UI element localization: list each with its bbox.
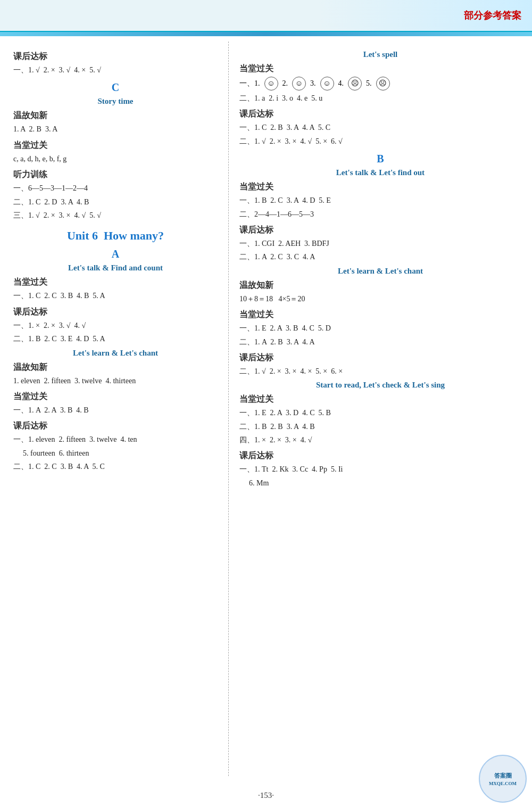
content-kehoudabiao-a2-1: 一、1. eleven 2. fifteen 3. twelve 4. ten <box>13 434 218 446</box>
section-lets-talk-find-out: Let's talk & Let's find out <box>239 168 521 177</box>
unit6-title: Unit 6 How many? <box>13 229 218 243</box>
watermark-line1: 答案圈 <box>494 772 512 780</box>
content-dangdang-b2-1: 一、1. E 2. A 3. B 4. C 5. D <box>239 323 521 334</box>
section-dangdang-c: 当堂过关 c, a, d, h, e, b, f, g <box>13 140 218 165</box>
content-spell-2: 二、1. a 2. i 3. o 4. e 5. u <box>239 93 521 104</box>
title-dangdang-b2: 当堂过关 <box>239 309 521 320</box>
content-kehoudabiao-a1: 一、1. × 2. × 3. √ 4. √ <box>13 320 218 332</box>
label-2: 2. <box>282 79 288 88</box>
title-wengu-zhixin-a: 温故知新 <box>13 362 218 373</box>
letter-B: B <box>239 153 521 165</box>
watermark-line2: MXQE.COM <box>489 781 517 786</box>
emoji-3: ☺ <box>320 77 334 90</box>
title-tingli: 听力训练 <box>13 169 218 180</box>
content-kehoudabiao-b2-1: 二、1. √ 2. × 3. × 4. × 5. × 6. × <box>239 366 521 377</box>
label-4: 4. <box>338 79 344 88</box>
decorative-line <box>0 32 532 36</box>
title-wengu-zhixin: 温故知新 <box>13 110 218 121</box>
emoji-1: ☺ <box>264 77 278 90</box>
section-kehoudabiao-spell: 课后达标 一、1. C 2. B 3. A 4. A 5. C 二、1. √ 2… <box>239 109 521 147</box>
content-kehoudabiao-spell-1: 一、1. C 2. B 3. A 4. A 5. C <box>239 122 521 134</box>
title-dangdang-spell: 当堂过关 <box>239 63 521 75</box>
content-kehoudabiao-a2-2: 5. fourteen 6. thirteen <box>23 448 218 459</box>
page: 部分参考答案 课后达标 一、1. √ 2. × 3. √ 4. × 5. √ C… <box>0 0 532 808</box>
content-wengu: 1. A 2. B 3. A <box>13 123 218 135</box>
section-kehoudabiao-a: 课后达标 一、1. × 2. × 3. √ 4. √ 二、1. B 2. C 3… <box>13 307 218 345</box>
section-dangdang-read: 当堂过关 一、1. E 2. A 3. D 4. C 5. B 二、1. B 2… <box>239 394 521 446</box>
section-start-to-read: Start to read, Let's check & Let's sing <box>239 381 521 390</box>
content-wengu-a: 1. eleven 2. fifteen 3. twelve 4. thirte… <box>13 375 218 387</box>
section-kehoudabiao-read: 课后达标 一、1. Tt 2. Kk 3. Cc 4. Pp 5. Ii 6. … <box>239 450 521 489</box>
content-kehoudabiao-read-2: 6. Mm <box>249 477 521 489</box>
section-kehoudabiao-b2: 课后达标 二、1. √ 2. × 3. × 4. × 5. × 6. × <box>239 352 521 377</box>
title-dangdang-read: 当堂过关 <box>239 394 521 405</box>
watermark: 答案圈 MXQE.COM <box>479 755 527 803</box>
section-kehoudabiao-a2: 课后达标 一、1. eleven 2. fifteen 3. twelve 4.… <box>13 421 218 473</box>
content-tingli-2: 二、1. C 2. D 3. A 4. B <box>13 196 218 208</box>
right-column: Let's spell 当堂过关 一、1. ☺ 2. ☺ 3. ☺ 4. ☹ 5… <box>229 42 532 776</box>
section-tingli: 听力训练 一、6—5—3—1—2—4 二、1. C 2. D 3. A 4. B… <box>13 169 218 221</box>
section-kehoudabiao-prev: 课后达标 一、1. √ 2. × 3. √ 4. × 5. √ <box>13 51 218 76</box>
section-title-kehoudabiao-prev: 课后达标 <box>13 51 218 62</box>
content-dangdang-b2-2: 二、1. A 2. B 3. A 4. A <box>239 336 521 348</box>
title-dangdang-a2: 当堂过关 <box>13 391 218 402</box>
page-number: ·153· <box>0 791 532 800</box>
header-title: 部分参考答案 <box>464 9 521 22</box>
label-3: 3. <box>310 79 316 88</box>
section-dangdang-b: 当堂过关 一、1. B 2. C 3. A 4. D 5. E 二、2—4—1—… <box>239 182 521 220</box>
title-kehoudabiao-b: 课后达标 <box>239 225 521 236</box>
content-dangdang-read-1: 一、1. E 2. A 3. D 4. C 5. B <box>239 407 521 419</box>
content-kehoudabiao-b1: 一、1. CGI 2. AEH 3. BDFJ <box>239 238 521 250</box>
title-kehoudabiao-a2: 课后达标 <box>13 421 218 432</box>
title-dangdang-c: 当堂过关 <box>13 140 218 151</box>
page-header: 部分参考答案 <box>0 0 532 32</box>
emoji-4: ☹ <box>348 77 362 90</box>
emoji-2: ☺ <box>292 77 306 90</box>
section-story-time: Story time <box>13 97 218 106</box>
title-dangdang-a: 当堂过关 <box>13 277 218 288</box>
section-lets-learn-chant-b: Let's learn & Let's chant <box>239 267 521 276</box>
content-kehoudabiao-a2: 二、1. B 2. C 3. E 4. D 5. A <box>13 333 218 345</box>
section-dangdang-spell: 当堂过关 一、1. ☺ 2. ☺ 3. ☺ 4. ☹ 5. ☹ 二、1. a 2… <box>239 63 521 104</box>
section-wengu-zhixin: 温故知新 1. A 2. B 3. A <box>13 110 218 135</box>
section-lets-learn-chant-a: Let's learn & Let's chant <box>13 349 218 358</box>
title-kehoudabiao-b2: 课后达标 <box>239 352 521 364</box>
content-tingli-3: 三、1. √ 2. × 3. × 4. √ 5. √ <box>13 210 218 221</box>
content-tingli-1: 一、6—5—3—1—2—4 <box>13 183 218 194</box>
content-dangdang-a: 一、1. C 2. C 3. B 4. B 5. A <box>13 290 218 302</box>
title-kehoudabiao-a: 课后达标 <box>13 307 218 318</box>
letter-C: C <box>13 81 218 94</box>
label-yi: 一、1. <box>239 79 260 88</box>
emoji-answers: 一、1. ☺ 2. ☺ 3. ☺ 4. ☹ 5. ☹ <box>239 77 521 90</box>
content-dangdang-read-3: 四、1. × 2. × 3. × 4. √ <box>239 434 521 446</box>
title-wengu-zhixin-b: 温故知新 <box>239 280 521 291</box>
content-kehoudabiao-b2: 二、1. A 2. C 3. C 4. A <box>239 251 521 263</box>
section-wengu-zhixin-b: 温故知新 10＋8＝18 4×5＝20 <box>239 280 521 305</box>
content-dangdang-b1: 一、1. B 2. C 3. A 4. D 5. E <box>239 195 521 207</box>
content-dangdang-read-2: 二、1. B 2. B 3. A 4. B <box>239 421 521 433</box>
content-line: 一、1. √ 2. × 3. √ 4. × 5. √ <box>13 64 218 76</box>
label-5: 5. <box>366 79 372 88</box>
section-lets-spell: Let's spell <box>239 50 521 59</box>
content-dangdang-b2: 二、2—4—1—6—5—3 <box>239 209 521 220</box>
left-column: 课后达标 一、1. √ 2. × 3. √ 4. × 5. √ C Story … <box>0 42 229 776</box>
section-dangdang-b2: 当堂过关 一、1. E 2. A 3. B 4. C 5. D 二、1. A 2… <box>239 309 521 348</box>
section-wengu-zhixin-a: 温故知新 1. eleven 2. fifteen 3. twelve 4. t… <box>13 362 218 387</box>
title-kehoudabiao-read: 课后达标 <box>239 450 521 461</box>
title-kehoudabiao-spell: 课后达标 <box>239 109 521 120</box>
content-dangdang-c: c, a, d, h, e, b, f, g <box>13 153 218 165</box>
section-kehoudabiao-b: 课后达标 一、1. CGI 2. AEH 3. BDFJ 二、1. A 2. C… <box>239 225 521 263</box>
section-dangdang-a: 当堂过关 一、1. C 2. C 3. B 4. B 5. A <box>13 277 218 302</box>
content-kehoudabiao-read-1: 一、1. Tt 2. Kk 3. Cc 4. Pp 5. Ii <box>239 464 521 475</box>
section-dangdang-a2: 当堂过关 一、1. A 2. A 3. B 4. B <box>13 391 218 416</box>
main-content: 课后达标 一、1. √ 2. × 3. √ 4. × 5. √ C Story … <box>0 36 532 781</box>
section-lets-talk-find-count: Let's talk & Find and count <box>13 263 218 273</box>
title-dangdang-b: 当堂过关 <box>239 182 521 193</box>
letter-A: A <box>13 248 218 260</box>
content-wengu-b: 10＋8＝18 4×5＝20 <box>239 293 521 305</box>
content-kehoudabiao-a2-3: 二、1. C 2. C 3. B 4. A 5. C <box>13 461 218 473</box>
content-kehoudabiao-spell-2: 二、1. √ 2. × 3. × 4. √ 5. × 6. √ <box>239 136 521 147</box>
content-dangdang-a2: 一、1. A 2. A 3. B 4. B <box>13 405 218 416</box>
emoji-5: ☹ <box>376 77 390 90</box>
